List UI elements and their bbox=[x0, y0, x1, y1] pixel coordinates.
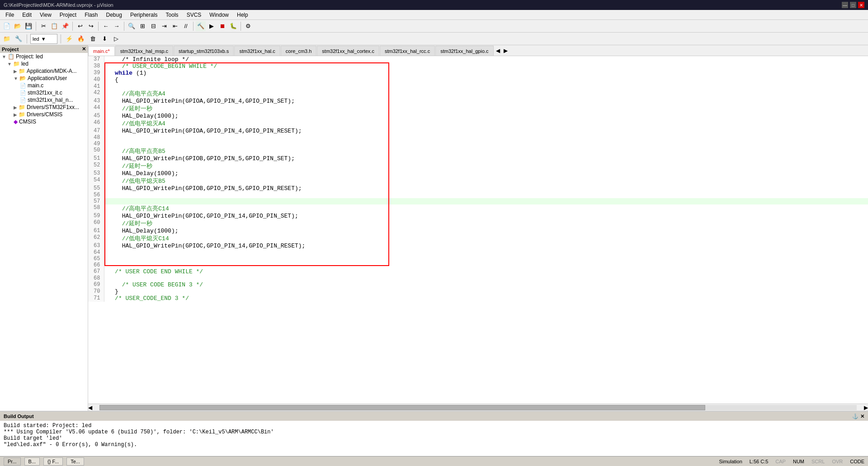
tab-hal-msp[interactable]: stm32f1xx_hal_msp.c bbox=[115, 46, 173, 56]
panel-dock-icon[interactable]: ⚓ bbox=[852, 414, 859, 419]
close-button[interactable]: ✕ bbox=[858, 2, 864, 8]
tree-drivers-cmsis[interactable]: ▶ 📁 Drivers/CMSIS bbox=[0, 111, 88, 118]
new-file-button[interactable]: 📄 bbox=[2, 21, 12, 31]
settings-button[interactable]: ⚙ bbox=[243, 21, 253, 31]
stop-button[interactable]: ⏹ bbox=[217, 21, 227, 31]
code-content[interactable]: { bbox=[104, 76, 868, 83]
menubar-item-view[interactable]: View bbox=[36, 11, 55, 19]
menubar-item-svcs[interactable]: SVCS bbox=[183, 11, 205, 19]
panel-close-icon[interactable]: ✕ bbox=[860, 414, 864, 419]
copy-button[interactable]: 📋 bbox=[49, 21, 59, 31]
code-content[interactable]: HAL_GPIO_WritePin(GPIOC,GPIO_PIN_14,GPIO… bbox=[104, 213, 868, 219]
tree-app-mdk[interactable]: ▶ 📁 Application/MDK-A... bbox=[0, 67, 88, 75]
hscroll-track[interactable] bbox=[99, 405, 857, 410]
manage-btn[interactable]: ⚡ bbox=[64, 34, 74, 44]
status-tab-build[interactable]: B... bbox=[24, 457, 40, 466]
find3-button[interactable]: ⊟ bbox=[148, 21, 158, 31]
minimize-button[interactable]: — bbox=[842, 2, 848, 8]
erase-btn[interactable]: 🗑 bbox=[88, 34, 98, 44]
tree-stm32-it[interactable]: 📄 stm32f1xx_it.c bbox=[0, 89, 88, 96]
hscroll-right-arrow[interactable]: ▶ bbox=[864, 404, 868, 411]
code-content[interactable] bbox=[104, 256, 868, 262]
code-content[interactable]: HAL_GPIO_WritePin(GPIOB,GPIO_PIN_5,GPIO_… bbox=[104, 155, 868, 162]
hscroll-left-arrow[interactable]: ◀ bbox=[88, 404, 92, 411]
code-content[interactable]: //高电平点亮C14 bbox=[104, 204, 868, 213]
tree-main-c[interactable]: 📄 main.c bbox=[0, 82, 88, 89]
code-content[interactable]: /* Infinite loop */ bbox=[104, 56, 868, 63]
tab-core-cm3[interactable]: core_cm3.h bbox=[281, 46, 316, 56]
code-content[interactable] bbox=[104, 249, 868, 256]
save-button[interactable]: 💾 bbox=[24, 21, 33, 31]
tree-project-led[interactable]: ▼ 📋 Project: led bbox=[0, 53, 88, 60]
paste-button[interactable]: 📌 bbox=[60, 21, 70, 31]
code-content[interactable]: HAL_GPIO_WritePin(GPIOB,GPIO_PIN_5,GPIO_… bbox=[104, 185, 868, 192]
menubar-item-flash[interactable]: Flash bbox=[81, 11, 101, 19]
run-button[interactable]: ▶ bbox=[207, 21, 217, 31]
find-button[interactable]: 🔍 bbox=[127, 21, 137, 31]
code-content[interactable]: /* USER_CODE_BEGIN WHILE */ bbox=[104, 63, 868, 70]
code-content[interactable]: //延时一秒 bbox=[104, 219, 868, 228]
code-content[interactable]: HAL_GPIO_WritePin(GPIOA,GPIO_PIN_4,GPIO_… bbox=[104, 128, 868, 134]
menubar-item-peripherals[interactable]: Peripherals bbox=[127, 11, 161, 19]
code-content[interactable]: //低电平熄灭B5 bbox=[104, 177, 868, 185]
tree-cmsis[interactable]: ◆ CMSIS bbox=[0, 118, 88, 125]
flash-btn[interactable]: 🔥 bbox=[76, 34, 86, 44]
proj-btn2[interactable]: 🔧 bbox=[14, 34, 24, 44]
code-content[interactable]: /* USER CODE BEGIN 3 */ bbox=[104, 281, 868, 288]
code-editor[interactable]: 37 /* Infinite loop */38 /* USER_CODE_BE… bbox=[88, 56, 868, 404]
hscroll-thumb[interactable] bbox=[99, 405, 705, 410]
code-content[interactable]: HAL_Delay(1000); bbox=[104, 113, 868, 119]
tree-drivers-stm[interactable]: ▶ 📁 Drivers/STM32F1xx... bbox=[0, 104, 88, 111]
code-content[interactable]: /* USER CODE END WHILE */ bbox=[104, 268, 868, 275]
menubar-item-file[interactable]: File bbox=[2, 11, 18, 19]
indent-button[interactable]: ⇥ bbox=[159, 21, 169, 31]
menubar-item-project[interactable]: Project bbox=[56, 11, 80, 19]
tree-led[interactable]: ▼ 📁 led bbox=[0, 60, 88, 67]
run2-btn[interactable]: ▷ bbox=[111, 34, 121, 44]
status-tab-templ[interactable]: Te... bbox=[66, 457, 84, 466]
download-btn[interactable]: ⬇ bbox=[99, 34, 109, 44]
build-button[interactable]: 🔨 bbox=[196, 21, 206, 31]
proj-btn1[interactable]: 📁 bbox=[2, 34, 12, 44]
code-content[interactable] bbox=[104, 134, 868, 141]
nav-back-button[interactable]: ← bbox=[101, 21, 111, 31]
debug-button[interactable]: 🐛 bbox=[228, 21, 238, 31]
code-content[interactable] bbox=[104, 198, 868, 204]
code-content[interactable] bbox=[104, 262, 868, 268]
code-content[interactable]: //延时一秒 bbox=[104, 162, 868, 170]
code-content[interactable]: while (1) bbox=[104, 70, 868, 76]
code-content[interactable] bbox=[104, 275, 868, 281]
tab-hal-rcc[interactable]: stm32f1xx_hal_rcc.c bbox=[380, 46, 435, 56]
code-content[interactable]: HAL_GPIO_WritePin(GPIOC,GPIO_PIN_14,GPIO… bbox=[104, 243, 868, 249]
panel-close-icon[interactable]: ✕ bbox=[82, 46, 86, 52]
tree-stm32-hal-n[interactable]: 📄 stm32f1xx_hal_n... bbox=[0, 96, 88, 104]
horizontal-scrollbar[interactable]: ◀ ▶ bbox=[88, 404, 868, 411]
tab-scroll-right[interactable]: ▶ bbox=[502, 46, 509, 56]
code-content[interactable] bbox=[104, 141, 868, 147]
tree-app-user[interactable]: ▼ 📂 Application/User bbox=[0, 75, 88, 82]
menubar-item-debug[interactable]: Debug bbox=[103, 11, 126, 19]
maximize-button[interactable]: □ bbox=[850, 2, 856, 8]
tab-startup[interactable]: startup_stm32f103xb.s bbox=[174, 46, 234, 56]
code-content[interactable]: HAL_Delay(1000); bbox=[104, 228, 868, 234]
code-content[interactable]: //低电平熄灭A4 bbox=[104, 119, 868, 128]
code-content[interactable]: //延时一秒 bbox=[104, 105, 868, 113]
tab-hal[interactable]: stm32f1xx_hal.c bbox=[234, 46, 280, 56]
find2-button[interactable]: ⊞ bbox=[137, 21, 147, 31]
code-content[interactable] bbox=[104, 83, 868, 90]
code-content[interactable]: //高电平点亮A4 bbox=[104, 90, 868, 98]
code-content[interactable]: HAL_GPIO_WritePin(GPIOA,GPIO_PIN_4,GPIO_… bbox=[104, 98, 868, 105]
tab-hal-cortex[interactable]: stm32f1xx_hal_cortex.c bbox=[317, 46, 379, 56]
status-tab-func[interactable]: {} F... bbox=[43, 457, 63, 466]
code-content[interactable]: HAL_Delay(1000); bbox=[104, 170, 868, 177]
code-content[interactable]: /* USER_CODE_END 3 */ bbox=[104, 295, 868, 302]
comment-button[interactable]: // bbox=[181, 21, 191, 31]
redo-button[interactable]: ↪ bbox=[86, 21, 96, 31]
menubar-item-window[interactable]: Window bbox=[206, 11, 232, 19]
nav-fwd-button[interactable]: → bbox=[112, 21, 122, 31]
cut-button[interactable]: ✂ bbox=[38, 21, 48, 31]
undo-button[interactable]: ↩ bbox=[75, 21, 85, 31]
unindent-button[interactable]: ⇤ bbox=[170, 21, 180, 31]
tab-scroll-left[interactable]: ◀ bbox=[494, 46, 502, 56]
open-button[interactable]: 📂 bbox=[13, 21, 23, 31]
